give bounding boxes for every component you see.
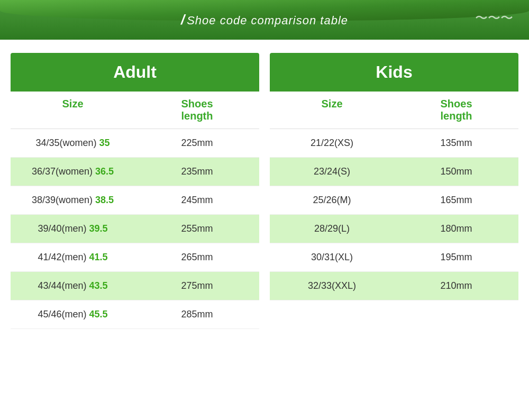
kids-length-cell: 195mm	[394, 243, 518, 271]
adult-size-num: 41.5	[89, 252, 108, 262]
kids-row: 30/31(XL) 195mm	[270, 243, 518, 272]
kids-rows: 21/22(XS) 135mm 23/24(S) 150mm 25/26(M) …	[270, 129, 518, 300]
adult-row: 34/35(women) 35 225mm	[11, 129, 259, 158]
adult-size-num: 43.5	[89, 280, 108, 291]
adult-row: 43/44(men) 43.5 275mm	[11, 272, 259, 300]
adult-section: Adult Size Shoes length 34/35(women) 35 …	[11, 53, 259, 329]
kids-length-cell: 135mm	[394, 129, 518, 157]
kids-length-cell: 180mm	[394, 215, 518, 243]
adult-size-cell: 34/35(women) 35	[11, 129, 135, 157]
adult-row: 36/37(women) 36.5 235mm	[11, 158, 259, 186]
content-area: Adult Size Shoes length 34/35(women) 35 …	[0, 45, 529, 334]
adult-row: 45/46(men) 45.5 285mm	[11, 300, 259, 329]
wave-decoration: 〜〜〜	[475, 10, 513, 26]
adult-size-num: 38.5	[95, 195, 114, 205]
adult-size-cell: 45/46(men) 45.5	[11, 300, 135, 328]
kids-size-cell: 28/29(L)	[270, 215, 394, 243]
adult-size-cell: 41/42(men) 41.5	[11, 243, 135, 271]
tables-container: Adult Size Shoes length 34/35(women) 35 …	[11, 53, 518, 329]
kids-col-size: Size	[270, 92, 394, 129]
adult-col-headers: Size Shoes length	[11, 92, 259, 129]
kids-size-cell: 23/24(S)	[270, 158, 394, 186]
kids-col-headers: Size Shoes length	[270, 92, 518, 129]
kids-size-cell: 32/33(XXL)	[270, 272, 394, 300]
adult-size-num: 39.5	[89, 223, 108, 234]
title-text: Shoe code comparison table	[187, 14, 348, 27]
adult-size-cell: 39/40(men) 39.5	[11, 215, 135, 243]
adult-length-cell: 265mm	[135, 243, 259, 271]
adult-length-cell: 225mm	[135, 129, 259, 157]
adult-size-num: 35	[99, 138, 110, 148]
adult-length-cell: 235mm	[135, 158, 259, 186]
adult-length-cell: 245mm	[135, 186, 259, 214]
adult-length-cell: 275mm	[135, 272, 259, 300]
kids-row: 25/26(M) 165mm	[270, 186, 518, 215]
kids-row: 32/33(XXL) 210mm	[270, 272, 518, 300]
kids-size-cell: 21/22(XS)	[270, 129, 394, 157]
kids-row: 21/22(XS) 135mm	[270, 129, 518, 158]
kids-row: 23/24(S) 150mm	[270, 158, 518, 186]
slash-icon: /	[181, 12, 185, 28]
adult-header: Adult	[11, 53, 259, 92]
page-wrapper: /Shoe code comparison table 〜〜〜 Adult Si…	[0, 0, 529, 334]
adult-col-length: Shoes length	[135, 92, 259, 129]
kids-length-cell: 210mm	[394, 272, 518, 300]
adult-size-cell: 36/37(women) 36.5	[11, 158, 135, 186]
kids-row: 28/29(L) 180mm	[270, 215, 518, 243]
kids-size-cell: 30/31(XL)	[270, 243, 394, 271]
kids-size-cell: 25/26(M)	[270, 186, 394, 214]
kids-length-cell: 165mm	[394, 186, 518, 214]
adult-row: 41/42(men) 41.5 265mm	[11, 243, 259, 272]
header-banner: /Shoe code comparison table 〜〜〜	[0, 0, 529, 40]
adult-row: 39/40(men) 39.5 255mm	[11, 215, 259, 243]
kids-length-cell: 150mm	[394, 158, 518, 186]
adult-length-cell: 285mm	[135, 300, 259, 328]
adult-row: 38/39(women) 38.5 245mm	[11, 186, 259, 215]
kids-table: Size Shoes length 21/22(XS) 135mm 23/24(…	[270, 92, 518, 300]
adult-length-cell: 255mm	[135, 215, 259, 243]
adult-size-cell: 43/44(men) 43.5	[11, 272, 135, 300]
header-title: /Shoe code comparison table	[181, 12, 348, 28]
kids-col-length: Shoes length	[394, 92, 518, 129]
adult-rows: 34/35(women) 35 225mm 36/37(women) 36.5 …	[11, 129, 259, 329]
adult-col-size: Size	[11, 92, 135, 129]
adult-table: Size Shoes length 34/35(women) 35 225mm …	[11, 92, 259, 329]
adult-size-num: 36.5	[95, 166, 114, 177]
kids-section: Kids Size Shoes length 21/22(XS) 135mm 2…	[270, 53, 518, 329]
kids-header: Kids	[270, 53, 518, 92]
adult-size-cell: 38/39(women) 38.5	[11, 186, 135, 214]
adult-size-num: 45.5	[89, 309, 108, 319]
